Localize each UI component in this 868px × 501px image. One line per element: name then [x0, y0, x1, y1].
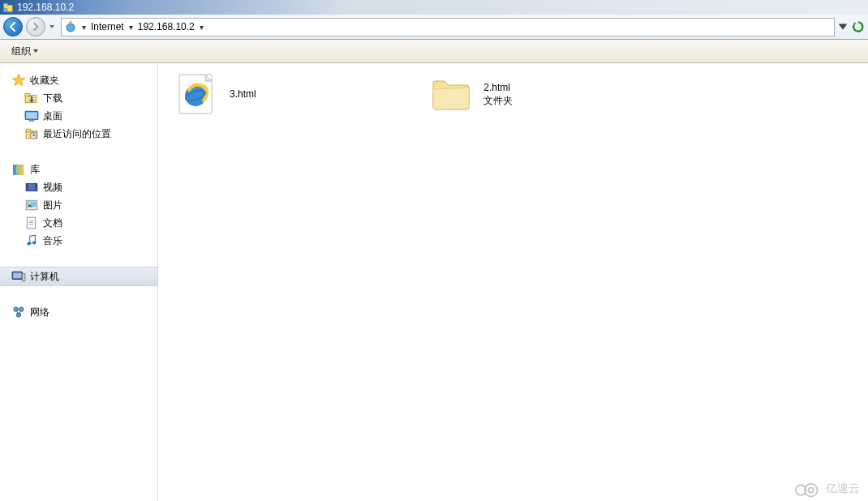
sidebar-item-downloads[interactable]: 下载 — [0, 89, 157, 107]
sidebar-item-label: 计算机 — [30, 270, 59, 284]
forward-button[interactable] — [26, 17, 45, 36]
sidebar-item-label: 视频 — [43, 181, 62, 195]
body: 收藏夹 下载 桌面 最近访问的位置 — [0, 63, 868, 501]
sidebar-item-label: 最近访问的位置 — [43, 127, 111, 141]
svg-rect-4 — [70, 21, 71, 24]
recent-places-icon — [24, 126, 39, 141]
sidebar-item-network[interactable]: 网络 — [0, 303, 157, 321]
breadcrumb-separator-icon[interactable]: ▾ — [79, 23, 89, 32]
sidebar-item-computer[interactable]: 计算机 — [0, 267, 157, 286]
svg-rect-24 — [29, 222, 34, 223]
sidebar-item-pictures[interactable]: 图片 — [0, 196, 157, 214]
address-breadcrumb[interactable]: ▾ Internet ▾ 192.168.10.2 ▾ — [61, 18, 835, 36]
svg-point-21 — [29, 203, 31, 204]
navigation-pane: 收藏夹 下载 桌面 最近访问的位置 — [0, 63, 158, 501]
svg-rect-18 — [36, 184, 37, 191]
svg-rect-17 — [26, 184, 28, 191]
sidebar-item-label: 文档 — [43, 216, 62, 230]
svg-point-3 — [67, 24, 75, 32]
watermark-text: 亿速云 — [826, 482, 860, 496]
sidebar-item-label: 音乐 — [43, 234, 62, 248]
svg-rect-11 — [26, 129, 31, 131]
file-subtitle: 文件夹 — [483, 94, 513, 107]
sidebar-item-label: 库 — [30, 163, 40, 177]
file-item-html[interactable]: 3.html — [174, 71, 418, 117]
svg-rect-1 — [4, 4, 7, 6]
svg-rect-6 — [25, 93, 30, 96]
file-name: 2.html — [483, 81, 513, 94]
organize-button[interactable]: 组织 — [6, 43, 44, 60]
libraries-icon — [11, 162, 26, 177]
sidebar-item-libraries[interactable]: 库 — [0, 161, 157, 178]
breadcrumb-segment-internet[interactable]: Internet — [89, 21, 126, 32]
sidebar-group-network: 网络 — [0, 303, 157, 321]
sidebar-group-libraries: 库 视频 图片 文档 — [0, 161, 157, 250]
svg-rect-25 — [29, 224, 34, 225]
recent-pages-dropdown[interactable] — [46, 20, 58, 33]
svg-point-26 — [27, 242, 31, 246]
sidebar-group-favorites: 收藏夹 下载 桌面 最近访问的位置 — [0, 71, 157, 143]
svg-point-27 — [32, 241, 37, 245]
sidebar-item-label: 网络 — [30, 306, 49, 319]
svg-point-35 — [185, 85, 206, 106]
documents-icon — [24, 216, 39, 230]
svg-rect-15 — [20, 165, 23, 174]
titlebar: 192.168.10.2 — [0, 0, 868, 15]
music-icon — [24, 233, 39, 248]
sidebar-item-label: 下载 — [43, 92, 62, 105]
sidebar-group-computer: 计算机 — [0, 267, 157, 286]
window-title: 192.168.10.2 — [17, 2, 74, 13]
svg-rect-13 — [13, 165, 15, 174]
sidebar-item-videos[interactable]: 视频 — [0, 178, 157, 196]
ie-html-file-icon — [174, 71, 220, 117]
navbar: ▾ Internet ▾ 192.168.10.2 ▾ — [0, 15, 868, 40]
star-icon — [11, 73, 26, 88]
network-icon — [11, 305, 26, 319]
breadcrumb-segment-ip[interactable]: 192.168.10.2 — [136, 21, 196, 32]
svg-point-38 — [805, 484, 818, 497]
computer-icon — [11, 269, 26, 284]
sidebar-item-desktop[interactable]: 桌面 — [0, 107, 157, 125]
video-icon — [24, 180, 39, 195]
sidebar-item-music[interactable]: 音乐 — [0, 232, 157, 250]
sidebar-item-label: 图片 — [43, 199, 62, 212]
breadcrumb-separator-icon[interactable]: ▾ — [196, 23, 207, 32]
window-icon — [2, 2, 14, 13]
svg-rect-8 — [26, 113, 37, 119]
svg-rect-23 — [29, 221, 34, 221]
sidebar-item-label: 桌面 — [43, 109, 62, 123]
breadcrumb-separator-icon[interactable]: ▾ — [126, 23, 136, 32]
organize-label: 组织 — [11, 45, 31, 58]
svg-point-37 — [796, 485, 806, 495]
address-history-dropdown[interactable] — [837, 18, 849, 36]
svg-rect-14 — [17, 165, 19, 174]
svg-rect-30 — [23, 274, 25, 281]
file-name: 3.html — [230, 88, 256, 101]
back-button[interactable] — [3, 17, 23, 36]
svg-rect-29 — [13, 273, 21, 279]
folder-icon — [428, 71, 474, 117]
sidebar-item-recent[interactable]: 最近访问的位置 — [0, 125, 157, 143]
download-folder-icon — [24, 91, 39, 105]
svg-point-39 — [809, 487, 814, 492]
toolbar: 组织 — [0, 40, 868, 63]
pictures-icon — [24, 198, 39, 212]
file-list-pane[interactable]: 3.html 2.html 文件夹 亿速云 — [158, 63, 868, 501]
breadcrumb-location-icon — [64, 20, 77, 33]
desktop-icon — [24, 109, 39, 123]
refresh-button[interactable] — [851, 19, 866, 34]
sidebar-item-documents[interactable]: 文档 — [0, 214, 157, 232]
sidebar-item-favorites[interactable]: 收藏夹 — [0, 71, 157, 89]
sidebar-item-label: 收藏夹 — [30, 74, 59, 88]
watermark: 亿速云 — [792, 480, 860, 498]
chevron-down-icon — [32, 48, 39, 54]
file-item-folder[interactable]: 2.html 文件夹 — [428, 71, 672, 117]
svg-rect-9 — [29, 120, 35, 122]
